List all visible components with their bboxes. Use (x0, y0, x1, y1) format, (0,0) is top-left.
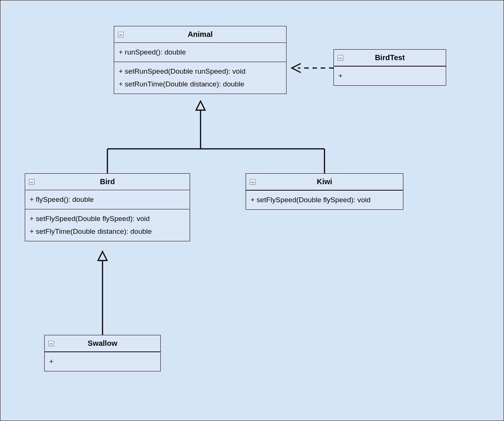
class-name: Kiwi (317, 177, 332, 186)
class-name: Bird (100, 177, 115, 186)
operations-section: + (45, 352, 160, 371)
class-title: − Animal (114, 26, 286, 43)
operations-section: + setRunSpeed(Double runSpeed): void + s… (114, 62, 286, 94)
class-bird[interactable]: − Bird + flySpeed(): double + setFlySpee… (25, 173, 190, 241)
svg-marker-0 (196, 101, 205, 110)
collapse-icon[interactable]: − (118, 32, 124, 37)
class-name: BirdTest (375, 53, 405, 62)
operations-section: + setFlySpeed(Double flySpeed): void + s… (25, 209, 190, 241)
class-title: − Bird (25, 174, 190, 190)
dependency-arrow (292, 64, 333, 73)
operations-section: + setFlySpeed(Double flySpeed): void (246, 191, 403, 209)
operation: + setFlySpeed(Double flySpeed): void (250, 194, 398, 206)
collapse-icon[interactable]: − (29, 179, 35, 185)
operation: + setRunSpeed(Double runSpeed): void (119, 65, 282, 78)
class-name: Animal (188, 30, 213, 38)
class-name: Swallow (88, 339, 118, 347)
generalization-arrow-bird (98, 251, 107, 260)
class-title: − Swallow (45, 335, 160, 352)
svg-marker-5 (98, 251, 107, 260)
attributes-section: + runSpeed(): double (114, 43, 286, 62)
collapse-icon[interactable]: − (250, 179, 255, 185)
class-animal[interactable]: − Animal + runSpeed(): double + setRunSp… (114, 26, 287, 94)
uml-canvas: − Animal + runSpeed(): double + setRunSp… (0, 0, 504, 421)
operation: + setRunTime(Double distance): double (119, 78, 282, 91)
operations-section: + (334, 67, 446, 85)
operation: + setFlyTime(Double distance): double (30, 225, 185, 238)
operation: + (338, 70, 441, 82)
attribute: + flySpeed(): double (30, 193, 185, 206)
class-kiwi[interactable]: − Kiwi + setFlySpeed(Double flySpeed): v… (246, 173, 403, 210)
operation: + (49, 355, 156, 368)
collapse-icon[interactable]: − (48, 341, 54, 346)
class-swallow[interactable]: − Swallow + (44, 335, 161, 371)
collapse-icon[interactable]: − (338, 55, 343, 61)
generalization-arrow-animal (196, 101, 205, 110)
operation: + setFlySpeed(Double flySpeed): void (30, 212, 185, 225)
class-birdtest[interactable]: − BirdTest + (333, 49, 446, 86)
attribute: + runSpeed(): double (119, 46, 282, 59)
class-title: − Kiwi (246, 174, 403, 190)
attributes-section: + flySpeed(): double (25, 190, 190, 209)
class-title: − BirdTest (334, 50, 446, 66)
